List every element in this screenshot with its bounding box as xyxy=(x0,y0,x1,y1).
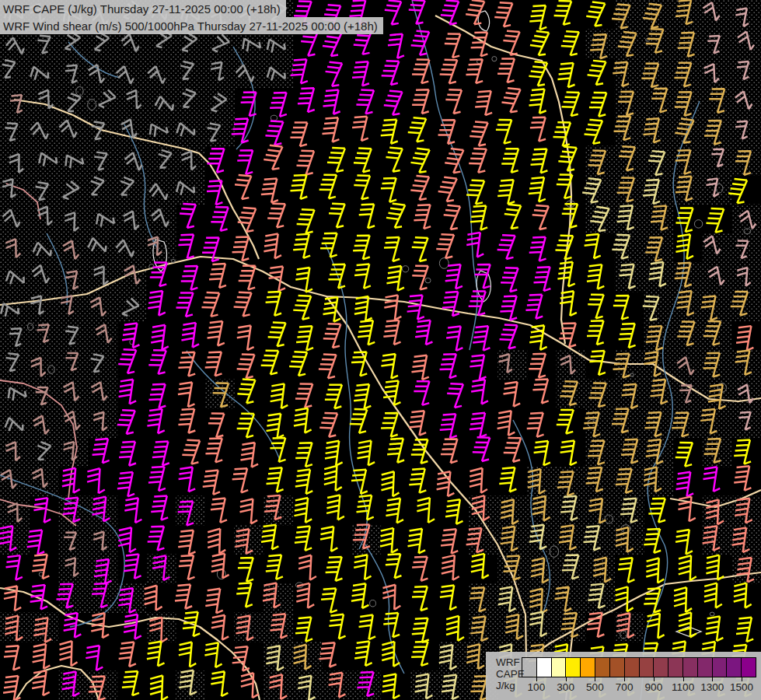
legend-label-line1: WRF xyxy=(496,656,525,668)
colorbar-cell xyxy=(654,658,668,677)
map-title-block: WRF CAPE (J/kg) Thursday 27-11-2025 00:0… xyxy=(0,0,383,34)
weather-map-canvas xyxy=(0,0,761,700)
colorbar-cell xyxy=(581,658,595,677)
colorbar-cell xyxy=(552,658,567,677)
legend-label-line2: CAPE xyxy=(496,668,525,680)
colorbar-cell xyxy=(742,658,756,677)
colorbar-cell xyxy=(610,658,625,677)
colorbar-cell xyxy=(625,658,640,677)
cape-legend: WRF CAPE J/kg 10030050070090011001300150… xyxy=(486,652,761,700)
colorbar-cell xyxy=(713,658,728,677)
colorbar-cell xyxy=(727,658,742,677)
colorbar-cell xyxy=(595,658,610,677)
colorbar-cell xyxy=(683,658,698,677)
cape-colorbar xyxy=(522,657,756,677)
colorbar-cell xyxy=(537,658,552,677)
colorbar-cell xyxy=(698,658,713,677)
colorbar-cell xyxy=(668,658,683,677)
colorbar-cell xyxy=(566,658,581,677)
title-shear-line: WRF Wind shear (m/s) 500/1000hPa Thursda… xyxy=(0,17,383,34)
colorbar-cell xyxy=(522,658,537,677)
colorbar-tick-label: 1500 xyxy=(724,681,759,693)
colorbar-cell xyxy=(640,658,655,677)
title-cape-line: WRF CAPE (J/kg) Thursday 27-11-2025 00:0… xyxy=(0,0,286,17)
weather-map-page: WRF CAPE (J/kg) Thursday 27-11-2025 00:0… xyxy=(0,0,761,700)
